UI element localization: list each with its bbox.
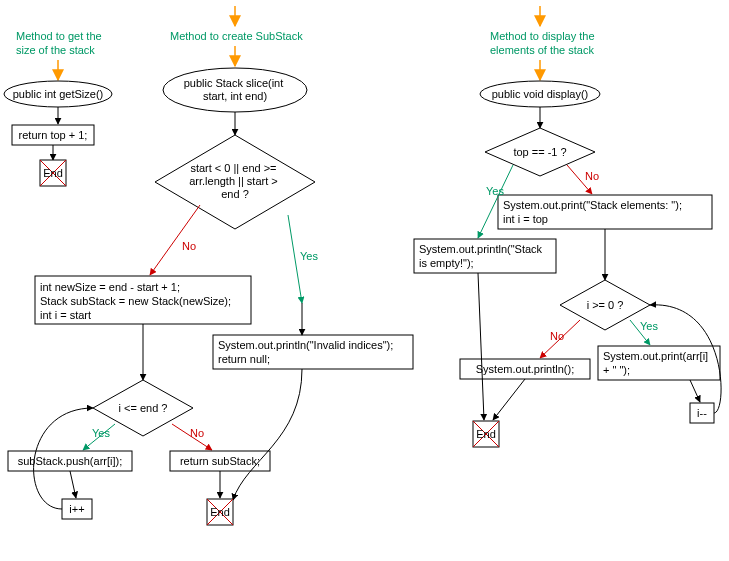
text-display-loop-cond: i >= 0 ?: [587, 299, 624, 311]
text-slice-return: return subStack;: [180, 455, 260, 467]
end-slice: End: [207, 499, 233, 525]
label-slice-yes2: Yes: [92, 427, 110, 439]
label-display-yes1: Yes: [486, 185, 504, 197]
text-display-sig: public void display(): [492, 88, 589, 100]
title-display: Method to display the elements of the st…: [490, 30, 598, 56]
svg-text:End: End: [476, 428, 496, 440]
flow-display: Method to display the elements of the st…: [414, 6, 721, 447]
text-display-empty-check: top == -1 ?: [513, 146, 566, 158]
end-getsize: End: [40, 160, 66, 186]
flow-getsize: Method to get the size of the stack publ…: [4, 30, 112, 186]
label-slice-yes1: Yes: [300, 250, 318, 262]
title-slice: Method to create SubStack: [170, 30, 303, 42]
end-display: End: [473, 421, 499, 447]
text-getsize-sig: public int getSize(): [13, 88, 104, 100]
label-display-no2: No: [550, 330, 564, 342]
text-display-println: System.out.println();: [476, 363, 574, 375]
text-getsize-return: return top + 1;: [19, 129, 88, 141]
text-slice-increment: i++: [69, 503, 84, 515]
label-display-yes2: Yes: [640, 320, 658, 332]
label-display-no1: No: [585, 170, 599, 182]
label-slice-no2: No: [190, 427, 204, 439]
text-slice-loop-cond: i <= end ?: [119, 402, 168, 414]
svg-text:End: End: [210, 506, 230, 518]
text-display-decrement: i--: [697, 407, 707, 419]
svg-text:End: End: [43, 167, 63, 179]
flowchart-diagram: Method to get the size of the stack publ…: [0, 0, 729, 561]
title-getsize: Method to get the size of the stack: [16, 30, 105, 56]
label-slice-no1: No: [182, 240, 196, 252]
